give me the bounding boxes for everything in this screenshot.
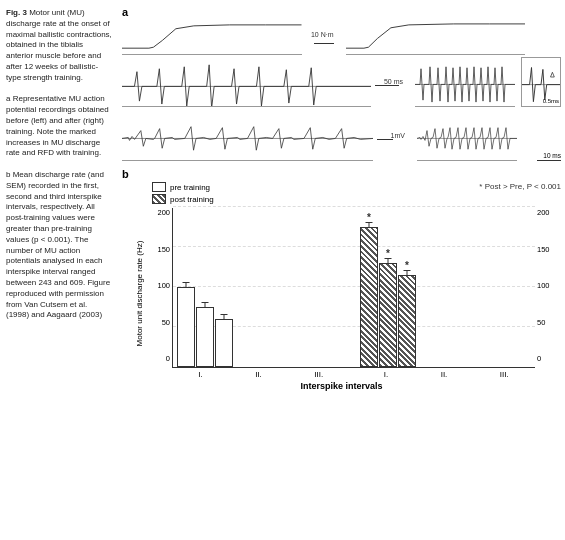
bar-pre-II-rect: [196, 307, 214, 367]
asterisk-post-I: *: [367, 212, 371, 223]
bar-pre-III: [215, 319, 233, 367]
panel-b-label: b: [122, 168, 561, 180]
x-label-post-II: II.: [441, 370, 448, 379]
left-torque-signal: [122, 21, 302, 55]
y-tick-right-150: 150: [537, 245, 550, 254]
y-tick-right-0: 0: [537, 354, 541, 363]
grid-100: [173, 286, 535, 287]
chart-legend: pre training post training: [152, 182, 214, 204]
y-tick-150: 150: [157, 245, 170, 254]
x-label-pre-II: II.: [255, 370, 262, 379]
legend-post-box: [152, 194, 166, 204]
asterisk-post-II: *: [386, 248, 390, 259]
y-tick-200: 200: [157, 208, 170, 217]
caption-b: b Mean discharge rate (and SEM) recorded…: [6, 170, 110, 319]
error-pre-III: [224, 314, 225, 320]
y-ticks-left: 200 150 100 50 0: [150, 208, 170, 363]
x-labels-pre: I. II. III.: [172, 370, 350, 379]
y-tick-0: 0: [166, 354, 170, 363]
x-labels-post: I. II. III.: [358, 370, 536, 379]
caption-a: a Representative MU action potential rec…: [6, 94, 109, 157]
right-mu-signal: [415, 57, 515, 107]
y-tick-right-100: 100: [537, 281, 550, 290]
y-tick-right-200: 200: [537, 208, 550, 217]
grid-150: [173, 246, 535, 247]
y-tick-right-50: 50: [537, 318, 545, 327]
panel-a: a 10 N·m: [122, 6, 561, 162]
error-pre-I: [186, 282, 187, 288]
bar-chart-area: * *: [172, 208, 535, 379]
y-ticks-right: 200 150 100 50 0: [537, 208, 557, 363]
fig-title: Motor unit (MU) discharge rate at the on…: [6, 8, 112, 82]
fig-label: Fig. 3: [6, 8, 27, 17]
bar-post-III: *: [398, 275, 416, 367]
inset-scale: 0.5ms: [543, 98, 559, 104]
bar-post-I-rect: *: [360, 227, 378, 367]
bar-pre-I-rect: [177, 287, 195, 367]
bar-post-II-rect: *: [379, 263, 397, 367]
torque-row: 10 N·m: [122, 20, 561, 56]
inset-box: 0.5ms: [521, 57, 561, 107]
bar-pre-III-rect: [215, 319, 233, 367]
x-gap: [350, 370, 358, 379]
time-scale-50ms: 50 ms: [375, 78, 403, 86]
legend-post-label: post training: [170, 195, 214, 204]
x-axis-title: Interspike intervals: [122, 381, 561, 391]
y-axis-title: Motor unit discharge rate (Hz): [136, 241, 145, 347]
bar-chart: * *: [172, 208, 535, 368]
bar-post-III-rect: *: [398, 275, 416, 367]
error-pre-II: [205, 302, 206, 308]
svg-marker-3: [551, 72, 555, 77]
mu-ap-row: 50 ms 0.5ms: [122, 56, 561, 108]
main-content: a 10 N·m: [118, 0, 565, 540]
x-labels: I. II. III. I. II. III.: [172, 370, 535, 379]
legend-pre-label: pre training: [170, 183, 210, 192]
right-torque-signal: [346, 21, 526, 55]
x-label-pre-III: III.: [314, 370, 323, 379]
voltage-scale: 1mV: [377, 132, 405, 140]
y-axis-title-container: Motor unit discharge rate (Hz): [130, 208, 150, 379]
bar-post-I: *: [360, 227, 378, 367]
panel-a-label: a: [122, 6, 561, 18]
torque-scale: 10 N·m: [306, 31, 334, 45]
asterisk-post-III: *: [405, 260, 409, 271]
significance-note: * Post > Pre, P < 0.001: [479, 182, 561, 191]
left-mu-signal: [122, 57, 371, 107]
y-tick-100: 100: [157, 281, 170, 290]
chart-inner: 200 150 100 50 0: [150, 208, 557, 379]
x-label-post-III: III.: [500, 370, 509, 379]
panel-b: b pre training post training * Post > Pr…: [122, 168, 561, 391]
legend-row: pre training post training * Post > Pre,…: [152, 182, 561, 204]
bar-post-II: *: [379, 263, 397, 367]
left-mu2-signal: [122, 111, 373, 161]
post-bar-group: * *: [360, 227, 531, 367]
grid-200: [173, 206, 535, 207]
mu-ap-row2: 1mV 10 ms: [122, 110, 561, 162]
bar-pre-II: [196, 307, 214, 367]
y-tick-50: 50: [162, 318, 170, 327]
chart-container: Motor unit discharge rate (Hz) 200 150 1…: [130, 208, 557, 379]
right-mu2-signal: [417, 111, 517, 161]
time-scale-10ms: 10 ms: [521, 111, 561, 161]
legend-pre: pre training: [152, 182, 214, 192]
legend-pre-box: [152, 182, 166, 192]
x-label-pre-I: I.: [198, 370, 202, 379]
x-label-post-I: I.: [384, 370, 388, 379]
bar-pre-I: [177, 287, 195, 367]
legend-post: post training: [152, 194, 214, 204]
sidebar: Fig. 3 Motor unit (MU) discharge rate at…: [0, 0, 118, 540]
pre-bar-group: [177, 287, 348, 367]
